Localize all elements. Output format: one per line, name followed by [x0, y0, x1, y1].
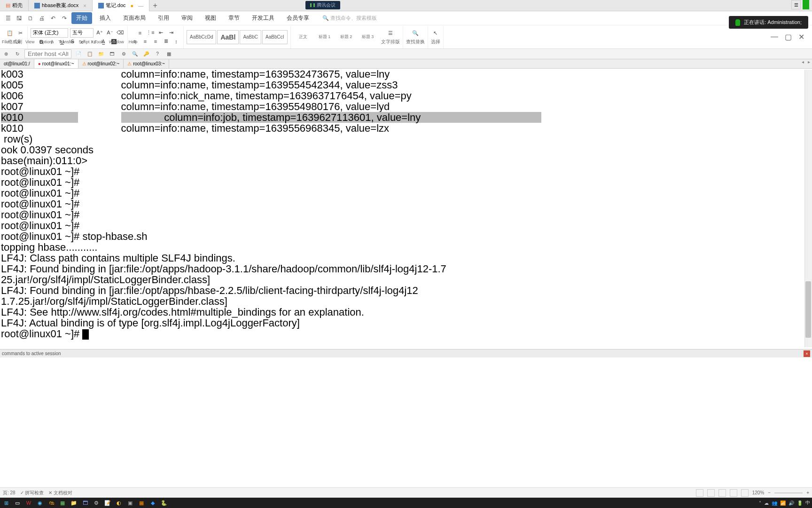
settings-icon[interactable]: ⚙: [119, 50, 128, 58]
size-select[interactable]: [70, 28, 94, 38]
store-icon[interactable]: 🛍: [47, 499, 55, 507]
zoom-out-button[interactable]: −: [768, 490, 771, 495]
menu-options[interactable]: Options: [39, 40, 54, 44]
text-layout-group[interactable]: ☰ 文字排版: [378, 26, 403, 48]
line-spacing-icon[interactable]: ↕: [172, 37, 180, 46]
new-session-icon[interactable]: ⊕: [2, 50, 10, 58]
undo-icon[interactable]: ↶: [49, 14, 57, 23]
menu-help[interactable]: Help: [129, 40, 138, 44]
menu-edit[interactable]: Edit: [14, 40, 21, 44]
session-tab-2[interactable]: ⚠root@linux02:~: [78, 59, 124, 68]
doc-tab-daoke[interactable]: ▤稻壳: [0, 0, 29, 11]
close-icon[interactable]: ×: [804, 350, 810, 357]
redo-icon[interactable]: ↷: [60, 14, 69, 23]
menu-view[interactable]: View: [25, 40, 34, 44]
wps-icon[interactable]: W: [24, 499, 33, 507]
zoom-level[interactable]: 120%: [752, 490, 765, 495]
align-right-icon[interactable]: ≡: [151, 37, 160, 46]
menu-button[interactable]: ☰: [791, 0, 801, 9]
app-icon[interactable]: ▦: [58, 499, 67, 507]
proofread-toggle[interactable]: ✕ 文档校对: [48, 490, 72, 496]
add-tab-button[interactable]: +: [149, 1, 161, 10]
app-icon[interactable]: 🗔: [81, 499, 89, 507]
style-h1[interactable]: AaBl: [217, 30, 239, 44]
copy-icon[interactable]: 📄: [74, 50, 83, 58]
search-icon[interactable]: 🔍: [131, 50, 139, 58]
scrollbar-thumb[interactable]: [805, 281, 811, 338]
tab-view[interactable]: 视图: [200, 12, 221, 24]
tencent-meeting-badge[interactable]: 腾讯会议: [305, 1, 340, 9]
indent-icon[interactable]: ⇥: [167, 29, 175, 37]
session-tab-3[interactable]: ⚠root@linux03:~: [124, 59, 169, 68]
zoom-slider[interactable]: [774, 492, 803, 493]
help-icon[interactable]: ?: [153, 50, 162, 58]
outdent-icon[interactable]: ⇤: [156, 29, 165, 37]
session-tab-1[interactable]: ●root@linux01:~: [34, 59, 78, 68]
style-h2[interactable]: AaBbC: [240, 30, 261, 44]
key-icon[interactable]: 🔑: [142, 50, 150, 58]
print-preview-icon[interactable]: 🗋: [26, 14, 35, 23]
command-send-bar[interactable]: commands to active session ×: [0, 349, 812, 357]
view-mode-icon[interactable]: [730, 489, 737, 497]
next-tab-icon[interactable]: ▸: [806, 59, 812, 68]
save-icon[interactable]: 🖫: [15, 14, 23, 23]
ribbon-search[interactable]: 查找命令、搜索模板: [322, 15, 377, 22]
start-button[interactable]: ⊞: [2, 499, 10, 507]
style-h3[interactable]: AaBbCcI: [262, 30, 287, 44]
python-icon[interactable]: 🐍: [160, 499, 168, 507]
maximize-button[interactable]: ▢: [785, 32, 792, 41]
settings-icon[interactable]: ⚙: [92, 499, 101, 507]
menu-script[interactable]: Script: [79, 40, 90, 44]
view-mode-icon[interactable]: [696, 489, 703, 497]
explorer-icon[interactable]: 📁: [70, 499, 78, 507]
chrome-icon[interactable]: ◐: [115, 499, 123, 507]
tab-insert[interactable]: 插入: [95, 12, 116, 24]
tab-start[interactable]: 开始: [71, 12, 92, 24]
close-icon[interactable]: —: [138, 3, 143, 8]
menu-window[interactable]: Window: [109, 40, 124, 44]
session-tab-0[interactable]: ot@linux01:/: [0, 59, 34, 68]
folder-icon[interactable]: 📁: [97, 50, 105, 58]
prev-tab-icon[interactable]: ◂: [800, 59, 806, 68]
tray-cloud-icon[interactable]: ☁: [764, 500, 769, 506]
paste-icon[interactable]: 📋: [86, 50, 94, 58]
menu-tools[interactable]: Tools: [94, 40, 104, 44]
grid-icon[interactable]: ▦: [164, 50, 173, 58]
select-group[interactable]: ↖ 选择: [428, 26, 444, 48]
font-select[interactable]: [31, 28, 68, 38]
align-center-icon[interactable]: ≡: [141, 37, 149, 46]
close-button[interactable]: ✕: [798, 32, 804, 41]
terminal-output[interactable]: k003 column=info:name, timestamp=1639532…: [0, 69, 812, 346]
tray-chevron-icon[interactable]: ˄: [759, 500, 761, 506]
shrink-font-icon[interactable]: A⁻: [106, 29, 114, 37]
menu-icon[interactable]: ☰: [4, 14, 12, 23]
doc-tab-notes[interactable]: 笔记.doc●—: [93, 0, 149, 11]
print-icon[interactable]: 🖨: [38, 14, 46, 23]
zoom-in-button[interactable]: +: [806, 490, 809, 495]
scrollbar[interactable]: [804, 70, 812, 347]
menu-transfer[interactable]: Transfer: [58, 40, 74, 44]
bullets-icon[interactable]: ≡: [136, 29, 144, 37]
tab-review[interactable]: 审阅: [177, 12, 197, 24]
tab-dev[interactable]: 开发工具: [247, 12, 279, 24]
view-mode-icon[interactable]: [741, 489, 749, 497]
tab-ref[interactable]: 引用: [153, 12, 174, 24]
tray-battery-icon[interactable]: 🔋: [797, 500, 803, 506]
close-icon[interactable]: ×: [83, 3, 86, 8]
tray-people-icon[interactable]: 👥: [772, 500, 777, 506]
tab-chapter[interactable]: 章节: [224, 12, 244, 24]
task-view-icon[interactable]: ▭: [13, 499, 22, 507]
justify-icon[interactable]: ≣: [162, 37, 170, 46]
doc-tab-hbase[interactable]: hbase教案.docx×: [29, 0, 93, 11]
view-mode-icon[interactable]: [718, 489, 726, 497]
paste-icon[interactable]: 📋: [6, 29, 14, 38]
terminal-icon[interactable]: ▣: [126, 499, 134, 507]
style-body[interactable]: AaBbCcDd: [187, 30, 216, 44]
properties-icon[interactable]: 🗔: [108, 50, 117, 58]
app-icon[interactable]: ▦: [137, 499, 146, 507]
edge-icon[interactable]: ◉: [36, 499, 44, 507]
ime-indicator[interactable]: 中: [805, 500, 810, 506]
menu-file[interactable]: File: [2, 40, 9, 44]
minimize-button[interactable]: —: [771, 32, 778, 41]
tray-volume-icon[interactable]: 🔊: [789, 500, 794, 506]
